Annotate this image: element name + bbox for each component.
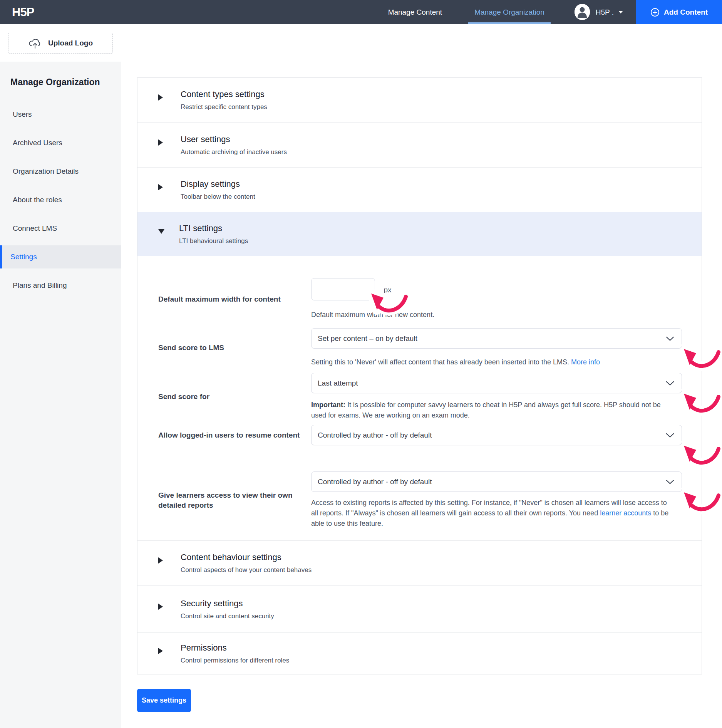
resume-content-label: Allow logged-in users to resume content <box>158 425 311 445</box>
accordion-title: Content types settings <box>181 89 267 99</box>
triangle-right-icon <box>158 94 166 101</box>
lti-settings-panel: Default maximum width for content px Def… <box>137 256 702 540</box>
h5p-logo[interactable]: H5P <box>0 5 34 19</box>
accordion-lti-settings[interactable]: LTI settings LTI behavioural settings <box>137 212 702 256</box>
chevron-down-icon <box>666 480 674 484</box>
settings-accordion-card: Content types settings Restrict specific… <box>137 77 702 674</box>
accordion-title: Display settings <box>181 179 255 189</box>
nav-tab-manage-organization[interactable]: Manage Organization <box>468 0 551 24</box>
sidebar-item-about-the-roles[interactable]: About the roles <box>0 188 121 211</box>
send-score-lms-value: Set per content – on by default <box>318 334 417 343</box>
detailed-reports-helper: Access to existing reports is affected b… <box>311 498 669 529</box>
px-unit-label: px <box>384 286 391 294</box>
accordion-subtitle: Control aspects of how your content beha… <box>181 566 312 574</box>
accordion-title: Content behaviour settings <box>181 552 312 562</box>
sidebar-item-users[interactable]: Users <box>0 103 121 126</box>
learner-accounts-link[interactable]: learner accounts <box>600 509 651 517</box>
form-row-send-score-lms: Send score to LMS Set per content – on b… <box>158 328 702 367</box>
accordion-subtitle: Automatic archiving of inactive users <box>181 148 287 156</box>
accordion-user-settings[interactable]: User settings Automatic archiving of ina… <box>137 122 702 167</box>
annotation-arrow-icon <box>682 389 721 422</box>
triangle-right-icon <box>158 184 166 190</box>
more-info-link[interactable]: More info <box>571 358 600 366</box>
save-settings-button[interactable]: Save settings <box>137 689 191 712</box>
accordion-security-settings[interactable]: Security settings Control site and conte… <box>137 585 702 632</box>
plus-circle-icon <box>650 8 660 17</box>
chevron-down-icon <box>618 11 623 16</box>
sidebar-item-organization-details[interactable]: Organization Details <box>0 160 121 183</box>
top-navbar: H5P Manage Content Manage Organization H… <box>0 0 722 24</box>
sidebar-item-plans-and-billing[interactable]: Plans and Billing <box>0 274 121 297</box>
nav-tab-manage-content[interactable]: Manage Content <box>382 0 449 24</box>
upload-logo-button[interactable]: Upload Logo <box>8 33 113 54</box>
accordion-content-behaviour-settings[interactable]: Content behaviour settings Control aspec… <box>137 540 702 585</box>
sidebar-item-archived-users[interactable]: Archived Users <box>0 131 121 154</box>
upload-logo-label: Upload Logo <box>48 39 93 47</box>
form-row-max-width: Default maximum width for content px Def… <box>158 278 702 320</box>
sidebar: Upload Logo Manage Organization Users Ar… <box>0 24 121 728</box>
accordion-subtitle: Control permissions for different roles <box>181 657 289 664</box>
detailed-reports-label: Give learners access to view their own d… <box>158 471 311 529</box>
accordion-title: Security settings <box>181 599 274 609</box>
detailed-reports-value: Controlled by author - off by default <box>318 478 432 486</box>
helper-text: It is possible for computer savvy learne… <box>311 401 661 419</box>
sidebar-item-settings[interactable]: Settings <box>0 245 121 268</box>
accordion-title: Permissions <box>181 643 289 653</box>
triangle-down-icon <box>158 229 164 237</box>
add-content-label: Add Content <box>664 8 708 17</box>
accordion-subtitle: Restrict specific content types <box>181 103 267 111</box>
accordion-display-settings[interactable]: Display settings Toolbar below the conte… <box>137 167 702 212</box>
person-icon <box>575 4 590 21</box>
triangle-right-icon <box>158 648 166 654</box>
triangle-right-icon <box>158 557 166 564</box>
accordion-title: User settings <box>181 134 287 144</box>
chevron-down-icon <box>666 433 674 438</box>
accordion-permissions[interactable]: Permissions Control permissions for diff… <box>137 632 702 674</box>
form-row-send-score-for: Send score for Last attempt Important: I… <box>158 373 702 421</box>
sidebar-item-connect-lms[interactable]: Connect LMS <box>0 217 121 240</box>
accordion-subtitle: Control site and content security <box>181 612 274 620</box>
annotation-arrow-icon <box>682 441 721 474</box>
main-content: Content types settings Restrict specific… <box>121 24 722 728</box>
username-label[interactable]: H5P . <box>596 8 614 17</box>
send-score-for-label: Send score for <box>158 373 311 421</box>
send-score-lms-select[interactable]: Set per content – on by default <box>311 328 682 349</box>
send-score-lms-label: Send score to LMS <box>158 328 311 367</box>
chevron-down-icon <box>666 337 674 341</box>
sidebar-nav: Manage Organization Users Archived Users… <box>0 62 121 728</box>
user-avatar[interactable] <box>575 5 590 20</box>
cloud-upload-icon <box>28 37 42 49</box>
upload-logo-area: Upload Logo <box>0 24 121 62</box>
triangle-right-icon <box>158 604 166 610</box>
send-score-lms-helper: Setting this to 'Never' will affect cont… <box>311 357 669 367</box>
max-width-label: Default maximum width for content <box>158 278 311 320</box>
sidebar-heading: Manage Organization <box>10 77 121 87</box>
resume-content-select[interactable]: Controlled by author - off by default <box>311 425 682 445</box>
max-width-helper: Default maximum width for new content. <box>311 310 669 320</box>
triangle-right-icon <box>158 139 166 146</box>
send-score-for-value: Last attempt <box>318 379 358 387</box>
resume-content-value: Controlled by author - off by default <box>318 431 432 439</box>
accordion-subtitle: LTI behavioural settings <box>179 237 248 245</box>
detailed-reports-select[interactable]: Controlled by author - off by default <box>311 471 682 492</box>
important-label: Important: <box>311 401 345 409</box>
helper-text: Setting this to 'Never' will affect cont… <box>311 358 571 366</box>
send-score-for-select[interactable]: Last attempt <box>311 373 682 393</box>
max-width-input[interactable] <box>311 278 375 300</box>
chevron-down-icon <box>666 381 674 386</box>
add-content-button[interactable]: Add Content <box>636 0 722 24</box>
accordion-subtitle: Toolbar below the content <box>181 193 255 201</box>
accordion-content-types-settings[interactable]: Content types settings Restrict specific… <box>137 78 702 122</box>
form-row-resume-content: Allow logged-in users to resume content … <box>158 425 702 445</box>
accordion-title: LTI settings <box>179 223 248 233</box>
form-row-detailed-reports: Give learners access to view their own d… <box>158 471 702 529</box>
annotation-arrow-icon <box>682 488 721 520</box>
annotation-arrow-icon <box>682 344 721 377</box>
send-score-for-helper: Important: It is possible for computer s… <box>311 400 669 421</box>
